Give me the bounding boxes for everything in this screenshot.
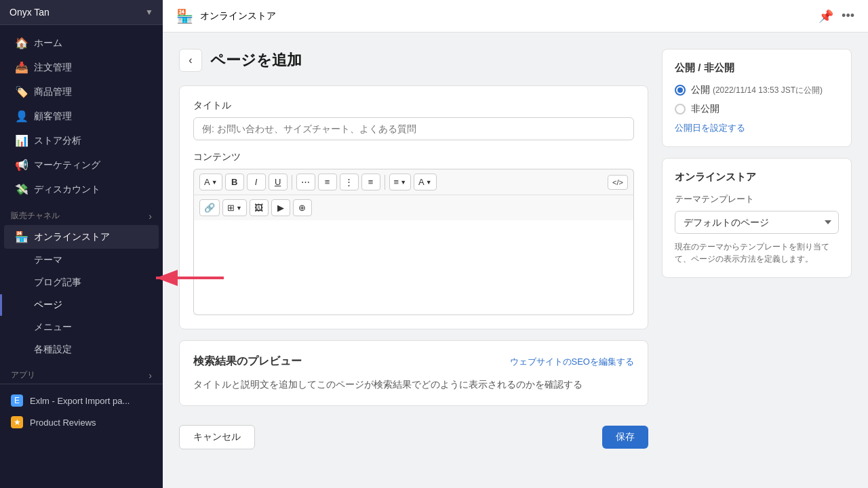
toolbar-sep-2 bbox=[384, 175, 385, 190]
toolbar-video-btn[interactable]: ▶ bbox=[271, 199, 290, 216]
sidebar-item-menu[interactable]: メニュー bbox=[4, 317, 159, 338]
apps-expand-icon[interactable]: › bbox=[149, 370, 152, 381]
publish-public-label: 公開 bbox=[691, 84, 710, 95]
title-content-card: タイトル コンテンツ A ▼ B I U ⋯ ≡ ⋮ ≡ ≡ ▼ A ▼ bbox=[179, 85, 648, 329]
publish-private-label: 非公開 bbox=[691, 103, 719, 115]
pin-icon[interactable]: 📌 bbox=[818, 9, 833, 24]
template-description: 現在のテーマからテンプレートを割り当てて、ページの表示方法を定義します。 bbox=[675, 241, 839, 265]
title-input[interactable] bbox=[193, 117, 634, 140]
toolbar-color-dropdown-btn[interactable]: A ▼ bbox=[414, 174, 437, 190]
toolbar-justify-btn[interactable]: ≡ bbox=[361, 174, 380, 190]
store-chevron: ▼ bbox=[145, 7, 153, 17]
sidebar-item-products[interactable]: 🏷️ 商品管理 bbox=[4, 80, 159, 104]
publish-public-radio[interactable] bbox=[675, 85, 686, 96]
toolbar-bold-btn[interactable]: B bbox=[225, 174, 244, 190]
sidebar-item-discounts[interactable]: 💸 ディスカウント bbox=[4, 178, 159, 201]
products-icon: 🏷️ bbox=[15, 85, 27, 98]
store-name: Onyx Tan bbox=[9, 7, 50, 18]
bottom-bar: キャンセル 保存 bbox=[179, 417, 648, 449]
content-field-label: コンテンツ bbox=[193, 151, 634, 163]
app-product-reviews[interactable]: ★ Product Reviews bbox=[0, 411, 163, 433]
page-header: ‹ ページを追加 bbox=[179, 49, 648, 72]
publish-card: 公開 / 非公開 公開 (2022/11/14 13:53 JSTに公開) 非公… bbox=[662, 49, 852, 147]
sidebar-item-home[interactable]: 🏠 ホーム bbox=[4, 31, 159, 55]
channels-expand-icon[interactable]: › bbox=[149, 211, 152, 222]
marketing-icon: 📢 bbox=[15, 159, 27, 171]
sidebar-item-settings[interactable]: 各種設定 bbox=[4, 339, 159, 361]
topbar-title: オンラインストア bbox=[200, 10, 276, 22]
title-field-label: タイトル bbox=[193, 100, 634, 112]
toolbar-sep-1 bbox=[292, 175, 292, 190]
editor-area[interactable] bbox=[193, 220, 634, 315]
app-exlm[interactable]: E Exlm - Export Import pa... bbox=[0, 390, 163, 411]
toolbar-font-btn[interactable]: A ▼ bbox=[199, 174, 222, 190]
discounts-icon: 💸 bbox=[15, 183, 27, 196]
back-button[interactable]: ‹ bbox=[179, 49, 202, 72]
publish-public-sublabel: (2022/11/14 13:53 JSTに公開) bbox=[713, 85, 823, 95]
toolbar-code-btn[interactable]: </> bbox=[608, 175, 628, 190]
toolbar-italic-btn[interactable]: I bbox=[247, 174, 266, 190]
top-bar: 🏪 オンラインストア 📌 ••• bbox=[163, 0, 868, 33]
exlm-icon: E bbox=[11, 394, 23, 407]
toolbar-align-right-btn[interactable]: ⋮ bbox=[340, 174, 359, 190]
pr-icon: ★ bbox=[11, 416, 23, 428]
content-area: ‹ ページを追加 タイトル コンテンツ A ▼ B I U ⋯ ≡ ⋮ bbox=[163, 33, 868, 488]
search-preview-card: 検索結果のプレビュー ウェブサイトのSEOを編集する タイトルと説明文を追加して… bbox=[179, 340, 648, 406]
form-column: ‹ ページを追加 タイトル コンテンツ A ▼ B I U ⋯ ≡ ⋮ bbox=[179, 49, 648, 472]
sidebar-item-discounts-label: ディスカウント bbox=[34, 184, 100, 196]
toolbar-text-align-dropdown-btn[interactable]: ≡ ▼ bbox=[389, 174, 412, 190]
sidebar-item-customers[interactable]: 👤 顧客管理 bbox=[4, 104, 159, 128]
online-store-card: オンラインストア テーマテンプレート デフォルトのページ 現在のテーマからテンプ… bbox=[662, 158, 852, 278]
online-store-icon: 🏪 bbox=[15, 230, 27, 243]
apps-list: E Exlm - Export Import pa... ★ Product R… bbox=[0, 384, 163, 439]
orders-icon: 📥 bbox=[15, 61, 27, 74]
toolbar-embed-btn[interactable]: ⊕ bbox=[293, 199, 312, 216]
template-select[interactable]: デフォルトのページ bbox=[675, 211, 839, 234]
publish-private-option[interactable]: 非公開 bbox=[675, 103, 839, 115]
toolbar-align-left-btn[interactable]: ⋯ bbox=[296, 174, 315, 190]
sidebar-nav: 🏠 ホーム 📥 注文管理 🏷️ 商品管理 👤 顧客管理 📊 ストア分析 📢 マー… bbox=[0, 25, 163, 488]
sidebar-item-orders-label: 注文管理 bbox=[34, 62, 72, 74]
sidebar-item-theme[interactable]: テーマ bbox=[4, 249, 159, 271]
search-preview-title: 検索結果のプレビュー bbox=[193, 354, 302, 369]
topbar-store-icon: 🏪 bbox=[176, 8, 193, 24]
page-title: ページを追加 bbox=[210, 50, 302, 70]
editor-toolbar-row2: 🔗 ⊞ ▼ 🖼 ▶ ⊕ bbox=[193, 195, 634, 220]
store-selector[interactable]: Onyx Tan ▼ bbox=[0, 0, 163, 25]
seo-edit-link[interactable]: ウェブサイトのSEOを編集する bbox=[510, 356, 634, 368]
toolbar-table-btn[interactable]: ⊞ ▼ bbox=[222, 199, 247, 216]
cancel-button[interactable]: キャンセル bbox=[179, 425, 255, 449]
sidebar-item-home-label: ホーム bbox=[34, 37, 62, 49]
toolbar-image-btn[interactable]: 🖼 bbox=[250, 199, 269, 216]
sidebar-item-marketing[interactable]: 📢 マーケティング bbox=[4, 153, 159, 177]
toolbar-link-btn[interactable]: 🔗 bbox=[199, 199, 220, 216]
analytics-icon: 📊 bbox=[15, 134, 27, 147]
publish-public-option[interactable]: 公開 (2022/11/14 13:53 JSTに公開) bbox=[675, 84, 839, 96]
toolbar-align-center-btn[interactable]: ≡ bbox=[318, 174, 337, 190]
sidebar-item-pages[interactable]: ページ bbox=[4, 294, 159, 316]
sidebar-item-orders[interactable]: 📥 注文管理 bbox=[4, 56, 159, 79]
save-button[interactable]: 保存 bbox=[602, 426, 648, 449]
apps-section-title: アプリ › bbox=[0, 361, 163, 384]
more-options-icon[interactable]: ••• bbox=[842, 9, 854, 23]
sidebar-item-online-store[interactable]: 🏪 オンラインストア bbox=[4, 225, 159, 249]
channels-section: 販売チャネル › bbox=[0, 202, 163, 224]
sidebar: Onyx Tan ▼ 🏠 ホーム 📥 注文管理 🏷️ 商品管理 👤 顧客管理 📊… bbox=[0, 0, 163, 488]
publish-private-radio[interactable] bbox=[675, 104, 686, 115]
sidebar-item-analytics-label: ストア分析 bbox=[34, 135, 81, 147]
sidebar-item-blog[interactable]: ブログ記事 bbox=[4, 272, 159, 293]
sidebar-item-analytics[interactable]: 📊 ストア分析 bbox=[4, 129, 159, 152]
right-column: 公開 / 非公開 公開 (2022/11/14 13:53 JSTに公開) 非公… bbox=[662, 49, 852, 472]
sidebar-item-products-label: 商品管理 bbox=[34, 86, 72, 98]
main-content: 🏪 オンラインストア 📌 ••• ‹ ページを追加 タイトル コンテンツ bbox=[163, 0, 868, 488]
customers-icon: 👤 bbox=[15, 110, 27, 123]
search-preview-description: タイトルと説明文を追加してこのページが検索結果でどのように表示されるのかを確認す… bbox=[193, 377, 634, 392]
toolbar-underline-btn[interactable]: U bbox=[269, 174, 288, 190]
set-date-link[interactable]: 公開日を設定する bbox=[675, 122, 839, 134]
sidebar-item-marketing-label: マーケティング bbox=[34, 159, 100, 171]
editor-toolbar: A ▼ B I U ⋯ ≡ ⋮ ≡ ≡ ▼ A ▼ </> bbox=[193, 169, 634, 195]
publish-title: 公開 / 非公開 bbox=[675, 62, 839, 75]
sidebar-item-customers-label: 顧客管理 bbox=[34, 110, 72, 123]
search-preview-header: 検索結果のプレビュー ウェブサイトのSEOを編集する bbox=[193, 354, 634, 369]
topbar-actions: 📌 ••• bbox=[818, 9, 854, 24]
